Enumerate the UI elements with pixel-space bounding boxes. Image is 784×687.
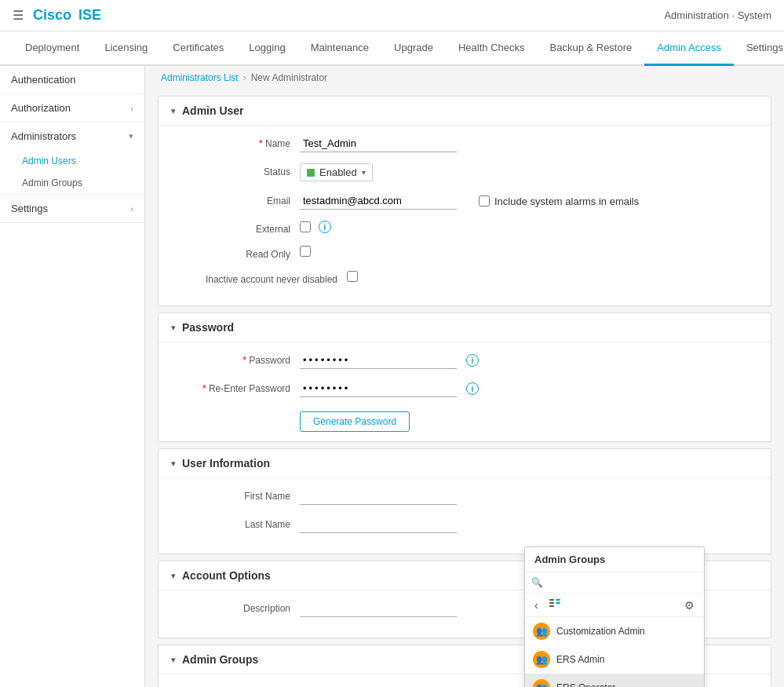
reenter-info-icon[interactable]: i [466,382,479,395]
group-label-ers-admin: ERS Admin [556,654,604,665]
user-icon-ers-admin: 👥 [533,651,550,668]
description-input[interactable] [300,600,457,617]
status-row: Status Enabled ▾ [174,163,755,181]
name-row: * Name [174,135,755,152]
generate-password-button[interactable]: Generate Password [300,411,410,432]
brand-logo: Cisco ISE [33,7,101,24]
popup-search-icon: 🔍 [531,577,543,588]
tab-settings[interactable]: Settings [734,31,784,66]
admin-groups-collapse-icon: ▾ [171,655,176,665]
status-dropdown[interactable]: Enabled ▾ [300,163,373,181]
external-row: External i [174,221,755,235]
sidebar: Authentication Authorization › Administr… [0,66,145,687]
admin-groups-popup: Admin Groups 🔍 ‹ [524,546,705,687]
email-checkbox-wrap: Include system alarms in emails [479,196,639,207]
password-section: ▾ Password * Password i * Re- [158,312,771,442]
admin-user-section: ▾ Admin User * Name Status [158,96,771,306]
popup-back-btn[interactable]: ‹ [531,597,542,613]
password-input[interactable] [300,352,457,369]
user-info-section-header[interactable]: ▾ User Information [159,449,771,478]
group-label-ers-operator: ERS Operator [556,682,615,687]
reenter-password-label: * Re-Enter Password [174,380,300,394]
svg-rect-3 [556,599,560,601]
user-info-section: ▾ User Information First Name Last Name [158,448,771,554]
sidebar-authentication-header[interactable]: Authentication [0,66,144,93]
admin-groups-title: Admin Groups [182,653,258,666]
read-only-checkbox[interactable] [300,246,311,257]
sidebar-authorization-label: Authorization [11,102,71,114]
tab-maintenance[interactable]: Maintenance [298,31,381,66]
generate-password-wrap: Generate Password [174,408,755,432]
popup-search-input[interactable] [546,577,698,588]
first-name-row: First Name [174,488,755,505]
read-only-label: Read Only [174,246,300,260]
name-label: * Name [174,135,300,149]
last-name-input[interactable] [300,516,457,533]
read-only-row: Read Only [174,246,755,260]
breadcrumb: Administrators List › New Administrator [145,66,784,90]
email-input[interactable] [300,192,457,210]
reenter-control-wrap: i [300,380,755,397]
tab-deployment[interactable]: Deployment [13,31,92,66]
status-chevron-icon: ▾ [362,168,366,177]
admin-user-title: Admin User [182,104,244,117]
account-options-collapse-icon: ▾ [171,571,176,581]
popup-settings-btn[interactable]: ⚙ [681,597,698,613]
sidebar-settings-header[interactable]: Settings › [0,195,144,222]
list-item-ers-operator[interactable]: 👥 ERS Operator [525,674,704,687]
sidebar-administrators-header[interactable]: Administrators ▾ [0,122,144,150]
system-alarms-checkbox[interactable] [479,196,490,206]
admin-system-label: Administration · System [664,9,771,21]
external-checkbox[interactable] [300,221,311,232]
inactive-checkbox[interactable] [347,271,358,282]
popup-list: 👥 Customization Admin 👥 ERS Admin 👥 ERS … [525,617,704,687]
user-icon-customization: 👥 [533,623,550,640]
reenter-password-row: * Re-Enter Password i [174,380,755,397]
tab-logging[interactable]: Logging [236,31,297,66]
user-icon-ers-operator: 👥 [533,679,550,687]
admin-user-collapse-icon: ▾ [171,106,176,116]
sidebar-item-admin-groups[interactable]: Admin Groups [0,172,144,194]
tab-admin-access[interactable]: Admin Access [644,31,734,66]
user-info-collapse-icon: ▾ [171,459,176,469]
list-item[interactable]: 👥 ERS Admin [525,645,704,674]
tab-backup-restore[interactable]: Backup & Restore [538,31,645,66]
sidebar-item-admin-users[interactable]: Admin Users [0,150,144,172]
sidebar-authentication-label: Authentication [11,74,75,86]
last-name-row: Last Name [174,516,755,533]
reenter-password-input[interactable] [300,380,457,397]
breadcrumb-separator: › [243,72,246,83]
read-only-control-wrap [300,246,755,259]
popup-search-wrap: 🔍 [525,572,704,594]
password-label: * Password [174,352,300,366]
tab-licensing[interactable]: Licensing [92,31,160,66]
tab-certificates[interactable]: Certificates [160,31,236,66]
admin-user-section-header[interactable]: ▾ Admin User [159,97,771,126]
sidebar-administrators-label: Administrators [11,130,76,142]
top-bar: ☰ Cisco ISE Administration · System [0,0,784,31]
breadcrumb-parent-link[interactable]: Administrators List [161,72,239,83]
name-input[interactable] [300,135,457,152]
tab-health-checks[interactable]: Health Checks [446,31,538,66]
breadcrumb-current: New Administrator [251,72,327,83]
svg-rect-4 [556,602,560,604]
password-section-header[interactable]: ▾ Password [159,313,771,342]
svg-rect-0 [549,599,554,601]
sidebar-authorization-header[interactable]: Authorization › [0,94,144,122]
tab-navigation: Deployment Licensing Certificates Loggin… [0,31,784,66]
hamburger-icon[interactable]: ☰ [13,8,24,23]
list-item[interactable]: 👥 Customization Admin [525,617,704,645]
password-form-body: * Password i * Re-Enter Password i [159,342,771,441]
popup-move-btn[interactable] [546,597,565,613]
brand-ise: ISE [78,7,101,24]
content-area: Administrators List › New Administrator … [145,66,784,687]
sidebar-section-settings: Settings › [0,195,144,223]
tab-upgrade[interactable]: Upgrade [381,31,446,66]
first-name-input[interactable] [300,488,457,505]
user-info-title: User Information [182,457,270,470]
sidebar-section-administrators: Administrators ▾ Admin Users Admin Group… [0,122,144,195]
password-collapse-icon: ▾ [171,323,176,333]
description-label: Description [174,600,300,614]
password-info-icon[interactable]: i [466,354,479,367]
external-info-icon[interactable]: i [319,221,331,233]
